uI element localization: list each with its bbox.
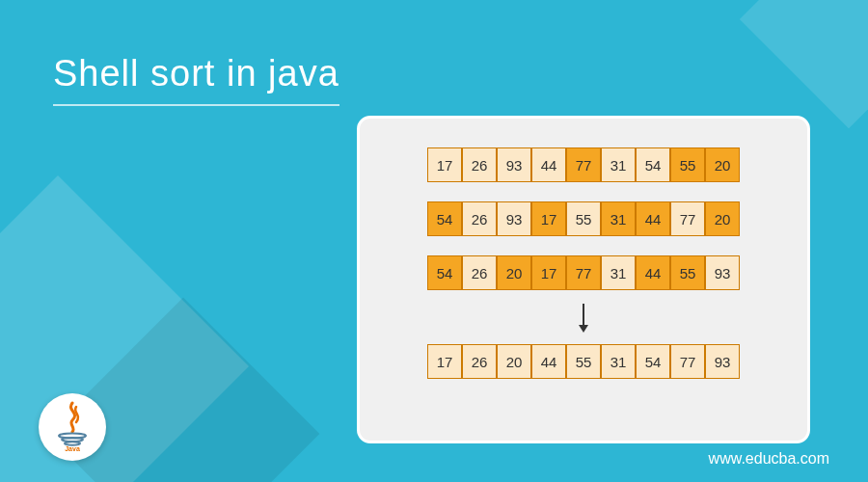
array-cell: 54: [427, 201, 462, 236]
array-cell: 44: [531, 344, 566, 379]
array-cell: 55: [670, 255, 705, 290]
array-cell: 44: [636, 201, 670, 236]
domain-text: www.educba.com: [709, 450, 829, 468]
array-cell: 31: [601, 344, 636, 379]
array-cell: 54: [636, 147, 670, 182]
array-cell: 93: [705, 255, 740, 290]
array-cell: 77: [670, 344, 705, 379]
array-cell: 93: [497, 201, 531, 236]
diagram-panel: 172693447731545520 542693175531447720 54…: [357, 116, 810, 443]
array-cell: 55: [566, 344, 601, 379]
array-row-1: 172693447731545520: [427, 147, 740, 182]
array-cell: 26: [462, 201, 497, 236]
array-cell: 26: [462, 147, 497, 182]
array-cell: 93: [705, 344, 740, 379]
array-cell: 77: [670, 201, 705, 236]
bg-diamond-corner: [740, 0, 868, 128]
array-cell: 77: [566, 147, 601, 182]
array-row-4: 172620445531547793: [427, 344, 740, 379]
array-cell: 17: [427, 344, 462, 379]
array-cell: 17: [427, 147, 462, 182]
array-cell: 77: [566, 255, 601, 290]
array-cell: 54: [427, 255, 462, 290]
arrow-down-icon: [583, 304, 584, 331]
array-cell: 17: [531, 255, 566, 290]
java-logo: Java: [39, 393, 106, 461]
array-cell: 20: [705, 201, 740, 236]
array-cell: 26: [462, 344, 497, 379]
array-cell: 31: [601, 255, 636, 290]
array-row-3: 542620177731445593: [427, 255, 740, 290]
array-cell: 17: [531, 201, 566, 236]
array-cell: 44: [531, 147, 566, 182]
array-cell: 44: [636, 255, 670, 290]
array-cell: 31: [601, 147, 636, 182]
array-row-2: 542693175531447720: [427, 201, 740, 236]
array-cell: 20: [497, 255, 531, 290]
array-cell: 20: [705, 147, 740, 182]
array-cell: 93: [497, 147, 531, 182]
array-cell: 20: [497, 344, 531, 379]
array-cell: 31: [601, 201, 636, 236]
page-title: Shell sort in java: [53, 53, 339, 106]
java-icon: Java: [51, 401, 94, 453]
array-cell: 26: [462, 255, 497, 290]
array-cell: 55: [566, 201, 601, 236]
svg-text:Java: Java: [65, 445, 80, 452]
array-cell: 54: [636, 344, 670, 379]
array-cell: 55: [670, 147, 705, 182]
